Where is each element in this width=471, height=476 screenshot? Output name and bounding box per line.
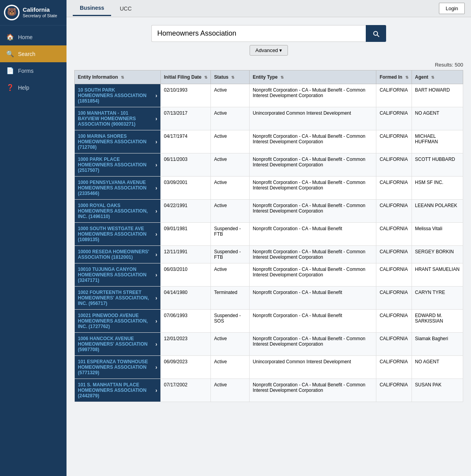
agent-cell: HSM SF INC. — [412, 177, 463, 200]
entity-info-cell[interactable]: 1000 PENNSYLVANIA AVENUE HOMEOWNERS ASSO… — [75, 177, 161, 200]
login-button[interactable]: Login — [439, 3, 465, 14]
entity-info-cell[interactable]: 1000 ROYAL OAKS HOMEOWNERS ASSOCIATION, … — [75, 200, 161, 223]
formed-in-cell: CALIFORNIA — [376, 130, 412, 153]
entity-info-cell[interactable]: 1000 SOUTH WESTGATE AVE HOMEOWNERS ASSOC… — [75, 223, 161, 246]
table-row: 101 S. MANHATTAN PLACE HOMEOWNERS ASSOCI… — [75, 379, 463, 402]
results-area: Results: 500 Entity Information ⇅ Initia… — [67, 60, 471, 476]
table-row: 10021 PINEWOOD AVENUE HOMEOWNERS ASSOCIA… — [75, 310, 463, 333]
entity-info-cell[interactable]: 1006 HANCOCK AVENUE HOMEOWNERS' ASSOCIAT… — [75, 333, 161, 356]
col-formed-in[interactable]: Formed In ⇅ — [376, 70, 412, 84]
sidebar-item-forms[interactable]: 📄 Forms — [0, 62, 67, 79]
chevron-right-icon: › — [155, 364, 157, 370]
main-tabs: Business UCC — [73, 1, 139, 16]
status-cell: Active — [211, 200, 250, 223]
chevron-right-icon: › — [155, 115, 157, 122]
tab-business[interactable]: Business — [73, 1, 111, 16]
table-row: 10010 TUJUNGA CANYON HOMEOWNERS ASSOCIAT… — [75, 263, 463, 287]
search-icon — [372, 30, 380, 38]
tab-ucc[interactable]: UCC — [113, 1, 138, 16]
entity-name: 100 MANHATTAN - 101 BAYVIEW HOMEOWNERS A… — [78, 110, 136, 127]
filing-date-cell: 07/17/2002 — [161, 379, 211, 402]
entity-name: 1000 PENNSYLVANIA AVENUE HOMEOWNERS ASSO… — [78, 180, 146, 196]
search-button[interactable] — [366, 25, 386, 42]
search-box — [151, 25, 386, 42]
filing-date-cell: 02/10/1993 — [161, 84, 211, 107]
agent-cell: SERGEY BORKIN — [412, 246, 463, 263]
filing-date-cell: 07/06/1993 — [161, 310, 211, 333]
agent-cell: MICHAEL HUFFMAN — [412, 130, 463, 153]
entity-info-cell[interactable]: 10000 RESEDA HOMEOWNERS' ASSOCIATION (18… — [75, 246, 161, 263]
formed-in-cell: CALIFORNIA — [376, 223, 412, 246]
entity-name: 101 ESPERANZA TOWNHOUSE HOMEOWNERS ASSOC… — [78, 359, 148, 375]
entity-info-cell[interactable]: 10 SOUTH PARK HOMEOWNERS ASSOCIATION (18… — [75, 84, 161, 107]
table-header: Entity Information ⇅ Initial Filing Date… — [75, 70, 463, 84]
search-input[interactable] — [151, 25, 366, 42]
formed-in-cell: CALIFORNIA — [376, 153, 412, 177]
col-filing-date[interactable]: Initial Filing Date ⇅ — [161, 70, 211, 84]
agent-cell: EDWARD M. SARKISSIAN — [412, 310, 463, 333]
sort-icon-filing: ⇅ — [204, 75, 207, 79]
status-cell: Suspended - FTB — [211, 246, 250, 263]
chevron-right-icon: › — [155, 295, 157, 301]
filing-date-cell: 09/01/1981 — [161, 223, 211, 246]
entity-name: 101 S. MANHATTAN PLACE HOMEOWNERS ASSOCI… — [78, 382, 146, 398]
agent-cell: BART HOWARD — [412, 84, 463, 107]
status-cell: Suspended - SOS — [211, 310, 250, 333]
agent-cell: SUSAN PAK — [412, 379, 463, 402]
status-cell: Active — [211, 356, 250, 379]
entity-info-cell[interactable]: 10021 PINEWOOD AVENUE HOMEOWNERS ASSOCIA… — [75, 310, 161, 333]
entity-type-cell: Nonprofit Corporation - CA - Mutual Bene… — [249, 153, 376, 177]
results-count: Results: 500 — [74, 60, 463, 70]
sort-icon-agent: ⇅ — [431, 75, 434, 79]
sidebar-item-help[interactable]: ❓ Help — [0, 79, 67, 96]
status-cell: Suspended - FTB — [211, 223, 250, 246]
formed-in-cell: CALIFORNIA — [376, 200, 412, 223]
col-entity-info[interactable]: Entity Information ⇅ — [75, 70, 161, 84]
entity-info-cell[interactable]: 1002 FOURTEENTH STREET HOMEOWNERS' ASSOC… — [75, 287, 161, 310]
col-agent[interactable]: Agent ⇅ — [412, 70, 463, 84]
agent-cell: Siamak Bagheri — [412, 333, 463, 356]
sidebar-item-search-label: Search — [18, 51, 35, 57]
sidebar-item-home[interactable]: 🏠 Home — [0, 29, 67, 45]
entity-type-cell: Nonprofit Corporation - CA - Mutual Bene… — [249, 310, 376, 333]
filing-date-cell: 06/09/2023 — [161, 356, 211, 379]
entity-type-cell: Nonprofit Corporation - CA - Mutual Bene… — [249, 246, 376, 263]
formed-in-cell: CALIFORNIA — [376, 379, 412, 402]
entity-type-cell: Nonprofit Corporation - CA - Mutual Bene… — [249, 177, 376, 200]
entity-info-cell[interactable]: 1000 PARK PLACE HOMEOWNERS ASSOCIATION (… — [75, 153, 161, 177]
filing-date-cell: 07/13/2017 — [161, 107, 211, 130]
top-navigation: Business UCC Login — [67, 0, 471, 17]
entity-name: 10021 PINEWOOD AVENUE HOMEOWNERS ASSOCIA… — [78, 313, 148, 329]
entity-name: 10000 RESEDA HOMEOWNERS' ASSOCIATION (18… — [78, 249, 149, 260]
entity-type-cell: Nonprofit Corporation - CA - Mutual Bene… — [249, 379, 376, 402]
sidebar: 🐻 California Secretary of State 🏠 Home 🔍… — [0, 0, 67, 476]
entity-info-cell[interactable]: 10010 TUJUNGA CANYON HOMEOWNERS ASSOCIAT… — [75, 263, 161, 287]
table-row: 10000 RESEDA HOMEOWNERS' ASSOCIATION (18… — [75, 246, 463, 263]
formed-in-cell: CALIFORNIA — [376, 310, 412, 333]
col-entity-type[interactable]: Entity Type ⇅ — [249, 70, 376, 84]
sidebar-item-search[interactable]: 🔍 Search — [0, 45, 67, 62]
agent-cell: NO AGENT — [412, 356, 463, 379]
col-status[interactable]: Status ⇅ — [211, 70, 250, 84]
formed-in-cell: CALIFORNIA — [376, 287, 412, 310]
filing-date-cell: 12/11/1991 — [161, 246, 211, 263]
results-table: Entity Information ⇅ Initial Filing Date… — [74, 70, 463, 402]
formed-in-cell: CALIFORNIA — [376, 246, 412, 263]
agent-cell: Melissa Vitali — [412, 223, 463, 246]
status-cell: Active — [211, 107, 250, 130]
home-icon: 🏠 — [6, 33, 14, 41]
entity-info-cell[interactable]: 101 ESPERANZA TOWNHOUSE HOMEOWNERS ASSOC… — [75, 356, 161, 379]
status-cell: Active — [211, 153, 250, 177]
advanced-search-button[interactable]: Advanced ▾ — [250, 45, 288, 56]
entity-info-cell[interactable]: 100 MARINA SHORES HOMEOWNERS ASSOCIATION… — [75, 130, 161, 153]
agent-cell: NO AGENT — [412, 107, 463, 130]
status-cell: Active — [211, 84, 250, 107]
chevron-right-icon: › — [155, 272, 157, 278]
chevron-right-icon: › — [155, 162, 157, 168]
entity-type-cell: Nonprofit Corporation - CA - Mutual Bene… — [249, 287, 376, 310]
entity-type-cell: Unincorporated Common Interest Developme… — [249, 356, 376, 379]
entity-name: 1000 ROYAL OAKS HOMEOWNERS ASSOCIATION, … — [78, 203, 148, 219]
sidebar-item-forms-label: Forms — [18, 68, 34, 74]
entity-info-cell[interactable]: 100 MANHATTAN - 101 BAYVIEW HOMEOWNERS A… — [75, 107, 161, 130]
entity-info-cell[interactable]: 101 S. MANHATTAN PLACE HOMEOWNERS ASSOCI… — [75, 379, 161, 402]
